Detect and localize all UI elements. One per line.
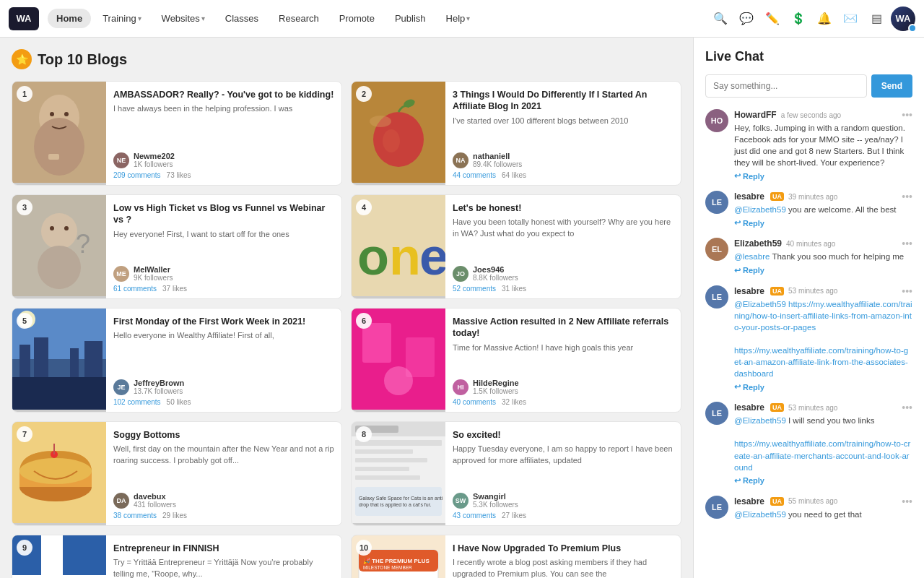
- chat-username-msg5[interactable]: lesabre: [734, 402, 764, 413]
- blog-card-2[interactable]: 2 3 Things I Would Do Differently If I S…: [351, 81, 681, 186]
- chat-mention[interactable]: @lesabre: [734, 252, 770, 261]
- blog-number-8: 8: [356, 426, 372, 442]
- blog-title-5[interactable]: First Monday of the First Work Week in 2…: [113, 316, 334, 327]
- blog-excerpt-3: Hey everyone! First, I want to start off…: [113, 229, 334, 262]
- nav-classes[interactable]: Classes: [217, 9, 267, 28]
- blog-comments-2[interactable]: 44 comments: [453, 171, 496, 179]
- chat-more-msg6[interactable]: •••: [902, 496, 912, 507]
- nav-home[interactable]: Home: [48, 9, 91, 28]
- author-name-3[interactable]: MelWaller: [134, 265, 173, 274]
- blog-card-4[interactable]: o n e 4 Let's be honest! Have you been t…: [351, 194, 681, 299]
- author-followers-6: 1.5K followers: [473, 387, 519, 395]
- blog-title-4[interactable]: Let's be honest!: [453, 202, 674, 214]
- blog-title-9[interactable]: Entrepreneur in FINNISH: [113, 543, 334, 554]
- blog-card-8[interactable]: Galaxy Safe Space for Cats is an anti dr…: [351, 421, 681, 526]
- nav-promote[interactable]: Promote: [331, 9, 383, 28]
- chat-icon[interactable]: 💬: [735, 7, 758, 30]
- chat-mention[interactable]: @Elizabeth59: [734, 510, 786, 519]
- chat-reply-btn-msg4[interactable]: Reply: [734, 382, 764, 392]
- blog-title-2[interactable]: 3 Things I Would Do Differently If I Sta…: [453, 89, 674, 113]
- chat-msg-header-msg2: lesabre UA 39 minutes ago •••: [734, 191, 912, 202]
- nav-research[interactable]: Research: [270, 9, 328, 28]
- author-name-6[interactable]: HildeRegine: [473, 379, 519, 387]
- blog-card-7[interactable]: 7 Soggy Bottoms Well, first day on the m…: [12, 421, 342, 526]
- edit-icon[interactable]: ✏️: [761, 7, 784, 30]
- chat-username-msg4[interactable]: lesabre: [734, 286, 764, 296]
- chat-reply-btn-msg1[interactable]: Reply: [734, 171, 764, 181]
- blog-title-8[interactable]: So excited!: [453, 429, 674, 441]
- blog-card-6[interactable]: 6 Massive Action resulted in 2 New Affil…: [351, 308, 681, 413]
- blog-comments-6[interactable]: 40 comments: [453, 398, 496, 406]
- blog-thumb-2: 2: [352, 82, 445, 185]
- navbar: WA Home Training ▾ Websites ▾ Classes Re…: [0, 0, 924, 38]
- author-name-8[interactable]: Swangirl: [473, 492, 518, 501]
- blog-stats-2: 44 comments 64 likes: [453, 171, 674, 179]
- nav-help[interactable]: Help ▾: [437, 9, 479, 28]
- chat-more-msg5[interactable]: •••: [902, 402, 912, 413]
- author-name-7[interactable]: davebux: [134, 492, 176, 501]
- blog-card-3[interactable]: ? 3 Low vs High Ticket vs Blog vs Funnel…: [12, 194, 342, 299]
- chat-username-msg2[interactable]: lesabre: [734, 191, 764, 202]
- chat-more-msg4[interactable]: •••: [902, 285, 912, 297]
- nav-publish[interactable]: Publish: [386, 9, 435, 28]
- blog-comments-4[interactable]: 52 comments: [453, 285, 496, 293]
- chat-username-msg6[interactable]: lesabre: [734, 496, 764, 506]
- blog-stats-8: 43 comments 27 likes: [453, 512, 674, 519]
- blog-comments-7[interactable]: 38 comments: [113, 512, 157, 519]
- chat-username-msg3[interactable]: Elizabeth59: [734, 238, 782, 249]
- chat-link[interactable]: https://my.wealthyaffiliate.com/training…: [734, 346, 908, 378]
- site-logo[interactable]: WA: [9, 7, 39, 30]
- chat-more-msg2[interactable]: •••: [902, 191, 912, 202]
- nav-training[interactable]: Training ▾: [94, 9, 149, 28]
- blog-title-3[interactable]: Low vs High Ticket vs Blog vs Funnel vs …: [113, 202, 334, 226]
- chat-send-button[interactable]: Send: [871, 74, 912, 98]
- chat-msg-content-msg2: lesabre UA 39 minutes ago ••• @Elizabeth…: [734, 191, 912, 228]
- avatar[interactable]: WA: [891, 7, 915, 31]
- svg-rect-27: [12, 377, 106, 410]
- blog-author-7: DA davebux 431 followers: [113, 492, 334, 509]
- author-name-5[interactable]: JeffreyBrown: [134, 379, 184, 387]
- blog-thumb-4: o n e 4: [352, 195, 445, 298]
- bell-icon[interactable]: 🔔: [813, 7, 836, 30]
- chat-more-msg3[interactable]: •••: [902, 238, 912, 249]
- blog-comments-8[interactable]: 43 comments: [453, 512, 496, 519]
- blog-body-9: Entrepreneur in FINNISH Try = Yrittää En…: [106, 535, 341, 578]
- mail-icon[interactable]: ✉️: [839, 7, 862, 30]
- blog-title-7[interactable]: Soggy Bottoms: [113, 429, 334, 441]
- chat-reply-btn-msg3[interactable]: Reply: [734, 266, 764, 275]
- svg-point-15: [50, 226, 54, 230]
- chat-time-msg1: a few seconds ago: [781, 111, 841, 119]
- blog-title-6[interactable]: Massive Action resulted in 2 New Affilia…: [453, 316, 674, 340]
- nav-websites[interactable]: Websites ▾: [153, 9, 214, 28]
- blog-thumb-8: Galaxy Safe Space for Cats is an anti dr…: [352, 422, 445, 525]
- chat-link[interactable]: https://my.wealthyaffiliate.com/training…: [734, 439, 910, 471]
- chat-message-input[interactable]: [705, 74, 867, 98]
- chat-mention[interactable]: @Elizabeth59: [734, 416, 786, 425]
- chat-reply-btn-msg5[interactable]: Reply: [734, 476, 764, 486]
- blog-title-1[interactable]: AMBASSADOR? Really? - You've got to be k…: [113, 89, 334, 100]
- chat-username-msg1[interactable]: HowardFF: [734, 110, 777, 120]
- author-followers-5: 13.7K followers: [134, 387, 184, 395]
- blog-card-5[interactable]: 5 First Monday of the First Work Week in…: [12, 308, 342, 413]
- blog-card-9[interactable]: 9 Entrepreneur in FINNISH Try = Yrittää …: [12, 535, 342, 578]
- blog-number-7: 7: [17, 426, 32, 442]
- author-name-2[interactable]: nathaniell: [473, 152, 522, 160]
- author-name-4[interactable]: Joes946: [473, 265, 518, 274]
- chat-mention[interactable]: @Elizabeth59: [734, 300, 786, 309]
- blog-comments-3[interactable]: 61 comments: [113, 285, 157, 293]
- stack-icon[interactable]: ▤: [865, 7, 888, 30]
- blog-comments-1[interactable]: 209 comments: [113, 171, 161, 179]
- blog-number-10: 10: [356, 540, 372, 556]
- blog-comments-5[interactable]: 102 comments: [113, 398, 161, 406]
- avatar-badge: [908, 24, 917, 33]
- author-name-1[interactable]: Newme202: [134, 152, 175, 160]
- blog-title-10[interactable]: I Have Now Upgraded To Premium Plus: [453, 543, 674, 554]
- chat-more-msg1[interactable]: •••: [902, 109, 912, 121]
- blog-card-10[interactable]: 🎉 THE PREMIUM PLUS MILESTONE MEMBER Cong…: [351, 535, 681, 578]
- search-icon[interactable]: 🔍: [709, 7, 732, 30]
- dollar-icon[interactable]: 💲: [787, 7, 810, 30]
- blog-card-1[interactable]: 1 AMBASSADOR? Really? - You've got to be…: [12, 81, 342, 186]
- chat-mention[interactable]: @Elizabeth59: [734, 205, 786, 214]
- blog-likes-3: 37 likes: [162, 285, 187, 293]
- chat-reply-btn-msg2[interactable]: Reply: [734, 218, 764, 228]
